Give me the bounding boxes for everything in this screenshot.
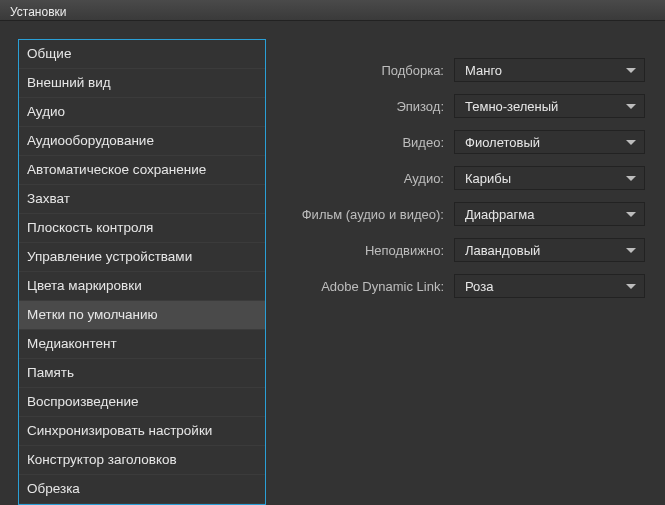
sidebar-item[interactable]: Обрезка: [19, 475, 265, 504]
sidebar-item[interactable]: Синхронизировать настройки: [19, 417, 265, 446]
form-label: Видео:: [266, 135, 454, 150]
sidebar-item-label: Внешний вид: [27, 75, 111, 90]
sidebar-item-label: Аудиооборудование: [27, 133, 154, 148]
sidebar-item-label: Автоматическое сохранение: [27, 162, 206, 177]
sidebar-item[interactable]: Управление устройствами: [19, 243, 265, 272]
dropdown[interactable]: Темно-зеленый: [454, 94, 645, 118]
sidebar-item-label: Цвета маркировки: [27, 278, 142, 293]
sidebar-item[interactable]: Плоскость контроля: [19, 214, 265, 243]
sidebar-item-label: Метки по умолчанию: [27, 307, 158, 322]
sidebar-item[interactable]: Цвета маркировки: [19, 272, 265, 301]
sidebar-item-label: Управление устройствами: [27, 249, 192, 264]
sidebar-item-label: Медиаконтент: [27, 336, 117, 351]
sidebar-item[interactable]: Внешний вид: [19, 69, 265, 98]
chevron-down-icon: [626, 104, 636, 109]
sidebar-item[interactable]: Память: [19, 359, 265, 388]
chevron-down-icon: [626, 212, 636, 217]
window-titlebar: Установки: [0, 0, 665, 21]
dropdown[interactable]: Манго: [454, 58, 645, 82]
form-row: Аудио:Карибы: [266, 165, 653, 191]
chevron-down-icon: [626, 68, 636, 73]
chevron-down-icon: [626, 176, 636, 181]
sidebar-item[interactable]: Метки по умолчанию: [19, 301, 265, 330]
form-label: Adobe Dynamic Link:: [266, 279, 454, 294]
sidebar-item[interactable]: Захват: [19, 185, 265, 214]
category-sidebar: ОбщиеВнешний видАудиоАудиооборудованиеАв…: [18, 39, 266, 505]
chevron-down-icon: [626, 284, 636, 289]
sidebar-item-label: Воспроизведение: [27, 394, 138, 409]
sidebar-item-label: Память: [27, 365, 74, 380]
sidebar-item-label: Конструктор заголовков: [27, 452, 177, 467]
content: ОбщиеВнешний видАудиоАудиооборудованиеАв…: [18, 39, 665, 505]
sidebar-item[interactable]: Медиаконтент: [19, 330, 265, 359]
sidebar-item-label: Плоскость контроля: [27, 220, 153, 235]
window-title: Установки: [10, 5, 66, 19]
dropdown[interactable]: Фиолетовый: [454, 130, 645, 154]
sidebar-item[interactable]: Автоматическое сохранение: [19, 156, 265, 185]
sidebar-item[interactable]: Аудио: [19, 98, 265, 127]
dropdown[interactable]: Диафрагма: [454, 202, 645, 226]
settings-window: Установки ОбщиеВнешний видАудиоАудиообор…: [0, 0, 665, 505]
form-row: Эпизод:Темно-зеленый: [266, 93, 653, 119]
dropdown-value: Темно-зеленый: [465, 99, 558, 114]
content-wrap: ОбщиеВнешний видАудиоАудиооборудованиеАв…: [0, 21, 665, 505]
form-label: Фильм (аудио и видео):: [266, 207, 454, 222]
sidebar-item[interactable]: Конструктор заголовков: [19, 446, 265, 475]
form-row: Adobe Dynamic Link:Роза: [266, 273, 653, 299]
dropdown[interactable]: Лавандовый: [454, 238, 645, 262]
dropdown-value: Лавандовый: [465, 243, 540, 258]
sidebar-item[interactable]: Воспроизведение: [19, 388, 265, 417]
sidebar-item-label: Общие: [27, 46, 71, 61]
dropdown[interactable]: Роза: [454, 274, 645, 298]
sidebar-item[interactable]: Аудиооборудование: [19, 127, 265, 156]
form-row: Неподвижно:Лавандовый: [266, 237, 653, 263]
settings-form: Подборка:МангоЭпизод:Темно-зеленыйВидео:…: [266, 39, 665, 505]
dropdown-value: Манго: [465, 63, 502, 78]
sidebar-item-label: Обрезка: [27, 481, 80, 496]
dropdown-value: Фиолетовый: [465, 135, 540, 150]
chevron-down-icon: [626, 248, 636, 253]
form-row: Подборка:Манго: [266, 57, 653, 83]
form-label: Эпизод:: [266, 99, 454, 114]
sidebar-item-label: Синхронизировать настройки: [27, 423, 212, 438]
chevron-down-icon: [626, 140, 636, 145]
form-label: Неподвижно:: [266, 243, 454, 258]
form-row: Видео:Фиолетовый: [266, 129, 653, 155]
sidebar-item[interactable]: Общие: [19, 40, 265, 69]
form-row: Фильм (аудио и видео):Диафрагма: [266, 201, 653, 227]
sidebar-item-label: Захват: [27, 191, 70, 206]
form-label: Аудио:: [266, 171, 454, 186]
dropdown-value: Диафрагма: [465, 207, 534, 222]
dropdown[interactable]: Карибы: [454, 166, 645, 190]
dropdown-value: Карибы: [465, 171, 511, 186]
sidebar-item-label: Аудио: [27, 104, 65, 119]
form-label: Подборка:: [266, 63, 454, 78]
dropdown-value: Роза: [465, 279, 493, 294]
